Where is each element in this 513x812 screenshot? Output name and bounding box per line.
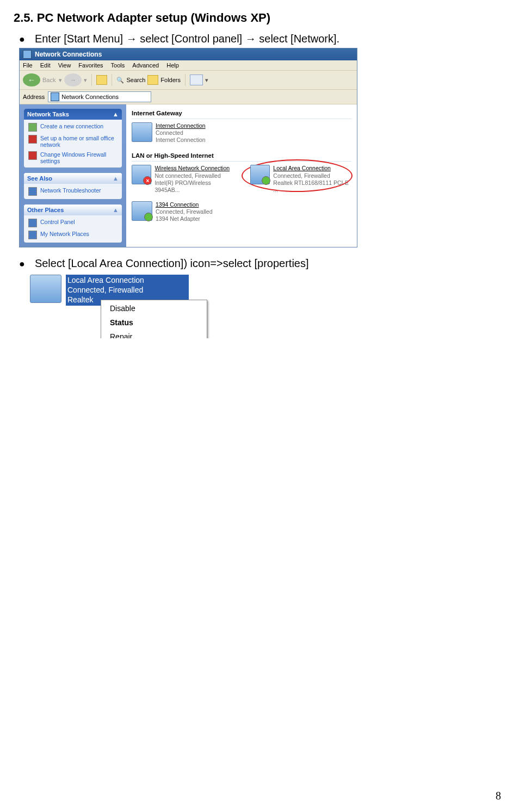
- other-control-panel[interactable]: Control Panel: [28, 219, 118, 227]
- nic-icon: [30, 275, 61, 303]
- nic-icon: [250, 165, 270, 184]
- network-tasks-panel: Network Tasks ▲ Create a new connection …: [24, 109, 122, 168]
- label-line1: Local Area Connection: [67, 275, 187, 285]
- conn-device: Internet Connection: [156, 137, 206, 144]
- task-label: Create a new connection: [40, 123, 103, 129]
- network-tasks-title: Network Tasks: [27, 111, 69, 117]
- network-places-icon: [28, 231, 37, 239]
- task-setup-network[interactable]: Set up a home or small office network: [28, 135, 118, 148]
- menu-item-status[interactable]: Status: [102, 315, 206, 330]
- conn-name: Wireless Network Connection: [154, 165, 234, 172]
- up-folder-icon[interactable]: [96, 75, 107, 85]
- menu-help[interactable]: Help: [166, 62, 179, 69]
- address-input[interactable]: Network Connections: [48, 91, 151, 102]
- other-network-places[interactable]: My Network Places: [28, 231, 118, 239]
- window-icon: [23, 50, 32, 59]
- connected-badge-icon: [262, 176, 270, 185]
- toolbar-separator: [91, 74, 92, 86]
- other-places-panel: Other Places ▲ Control Panel My Network …: [24, 204, 122, 243]
- conn-device: Realtek RTL8168/8111 PCI-E ...: [273, 179, 351, 194]
- task-label: Set up a home or small office network: [40, 135, 118, 148]
- toolbar-separator: [112, 74, 112, 86]
- menu-item-disable[interactable]: Disable: [102, 301, 206, 315]
- window-title: Network Connections: [35, 51, 102, 58]
- menu-tools[interactable]: Tools: [111, 62, 125, 69]
- conn-name: Local Area Connection: [273, 165, 351, 172]
- troubleshooter-icon: [28, 187, 37, 196]
- views-dropdown-icon[interactable]: ▾: [205, 77, 208, 84]
- other-places-title: Other Places: [27, 207, 64, 213]
- bullet-2: ● Select [Local Area Connection]) icon=>…: [19, 257, 499, 270]
- tasks-pane: Network Tasks ▲ Create a new connection …: [20, 104, 126, 247]
- menu-item-repair[interactable]: Repair: [102, 330, 206, 338]
- nic-icon: [132, 201, 152, 221]
- connected-badge-icon: [144, 213, 153, 221]
- back-dropdown-icon[interactable]: ▾: [59, 77, 62, 84]
- menu-view[interactable]: View: [58, 62, 71, 69]
- task-create-connection[interactable]: Create a new connection: [28, 123, 118, 132]
- bullet-dot-icon: ●: [19, 33, 25, 46]
- connection-1394[interactable]: 1394 Connection Connected, Firewalled 13…: [132, 201, 212, 222]
- search-button[interactable]: 🔍 Search: [116, 77, 145, 84]
- folders-button[interactable]: Folders: [147, 75, 181, 85]
- task-firewall[interactable]: Change Windows Firewall settings: [28, 151, 118, 164]
- search-icon: 🔍: [116, 77, 124, 84]
- conn-device: 1394 Net Adapter: [156, 215, 212, 222]
- conn-status: Connected: [156, 129, 206, 137]
- context-menu-screenshot: Local Area Connection Connected, Firewal…: [30, 275, 237, 322]
- conn-name: Internet Connection: [156, 122, 206, 129]
- connections-area: Internet Gateway Internet Connection Con…: [126, 104, 357, 247]
- collapse-icon: ▲: [113, 175, 119, 182]
- address-label: Address: [23, 94, 45, 100]
- see-also-title: See Also: [27, 175, 52, 182]
- bullet-dot-icon: ●: [19, 257, 25, 270]
- search-label: Search: [126, 77, 145, 83]
- see-also-troubleshooter[interactable]: Network Troubleshooter: [28, 187, 118, 196]
- other-places-header[interactable]: Other Places ▲: [24, 204, 122, 215]
- conn-device: Intel(R) PRO/Wireless 3945AB...: [154, 179, 234, 194]
- other-label: My Network Places: [40, 231, 89, 237]
- network-tasks-header[interactable]: Network Tasks ▲: [24, 109, 122, 120]
- connection-internet[interactable]: Internet Connection Connected Internet C…: [132, 122, 206, 144]
- window-titlebar: Network Connections: [20, 48, 357, 60]
- conn-status: Connected, Firewalled: [273, 172, 351, 179]
- toolbar-separator: [185, 74, 186, 86]
- context-menu: Disable Status Repair Bridge Connections…: [101, 300, 207, 338]
- see-also-header[interactable]: See Also ▲: [24, 173, 122, 184]
- address-bar: Address Network Connections: [20, 90, 357, 104]
- see-also-panel: See Also ▲ Network Troubleshooter: [24, 173, 122, 199]
- see-also-label: Network Troubleshooter: [40, 187, 101, 194]
- menu-favorites[interactable]: Favorites: [78, 62, 103, 69]
- group-lan: LAN or High-Speed Internet: [132, 151, 351, 162]
- connection-wireless[interactable]: × Wireless Network Connection Not connec…: [132, 165, 234, 194]
- control-panel-icon: [28, 219, 37, 227]
- section-heading: 2.5. PC Network Adapter setup (Windows X…: [14, 11, 499, 25]
- firewall-icon: [28, 151, 37, 160]
- menu-advanced[interactable]: Advanced: [132, 62, 159, 69]
- views-button[interactable]: [190, 75, 203, 85]
- wizard-icon: [28, 123, 37, 132]
- other-label: Control Panel: [40, 219, 75, 225]
- bullet-2-text: Select [Local Area Connection]) icon=>se…: [35, 257, 309, 270]
- conn-status: Not connected, Firewalled: [154, 172, 234, 179]
- bullet-1-text: Enter [Start Menu] → select [Control pan…: [35, 33, 339, 45]
- collapse-icon: ▲: [113, 111, 119, 117]
- menu-bar: File Edit View Favorites Tools Advanced …: [20, 60, 357, 71]
- folders-label: Folders: [160, 77, 181, 83]
- connection-local-area[interactable]: Local Area Connection Connected, Firewal…: [250, 165, 351, 194]
- home-network-icon: [28, 135, 37, 144]
- fwd-dropdown-icon[interactable]: ▾: [84, 77, 87, 84]
- bullet-1: ● Enter [Start Menu] → select [Control p…: [19, 33, 499, 46]
- address-value: Network Connections: [61, 94, 119, 100]
- conn-status: Connected, Firewalled: [156, 208, 212, 215]
- menu-file[interactable]: File: [23, 62, 33, 69]
- collapse-icon: ▲: [113, 207, 119, 213]
- back-button[interactable]: ←: [23, 73, 40, 86]
- group-internet-gateway: Internet Gateway: [132, 109, 351, 119]
- menu-edit[interactable]: Edit: [40, 62, 51, 69]
- back-label: Back: [42, 77, 55, 83]
- forward-button[interactable]: →: [64, 73, 82, 86]
- address-icon: [51, 92, 59, 101]
- label-line2: Connected, Firewalled: [67, 285, 187, 295]
- conn-name: 1394 Connection: [156, 201, 212, 208]
